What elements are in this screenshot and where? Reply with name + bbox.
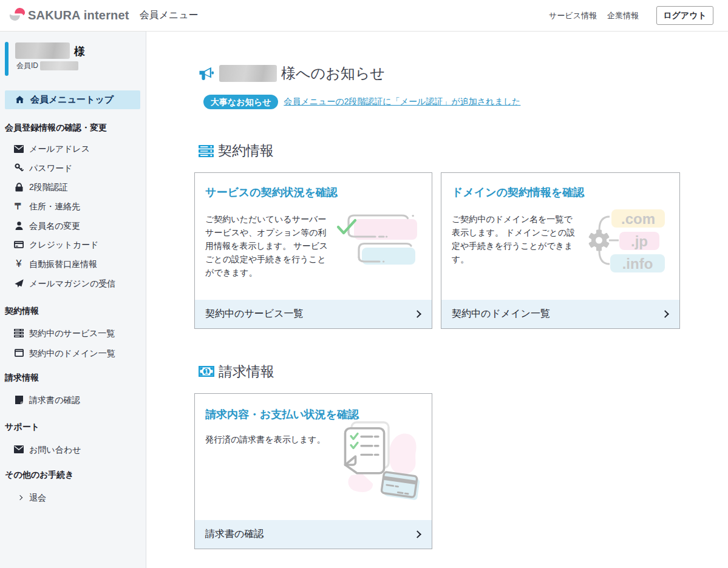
svg-text:1: 1 [205, 368, 208, 375]
svg-text:.info: .info [622, 255, 653, 272]
svg-text:.jp: .jp [631, 233, 648, 249]
svg-text:.com: .com [621, 211, 655, 227]
